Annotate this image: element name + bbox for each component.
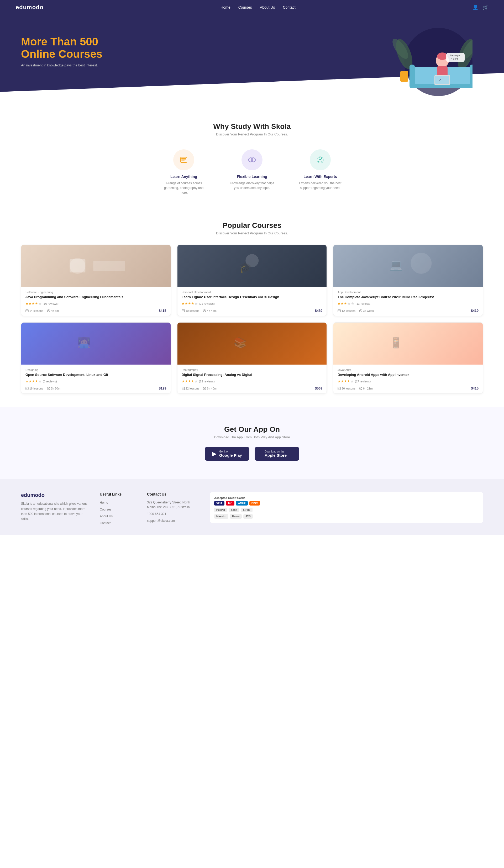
svg-rect-50 [338, 309, 340, 312]
svg-point-12 [437, 52, 448, 60]
lessons-count: 10 lessons [182, 309, 199, 312]
apple-store-button[interactable]: Download on the Apple Store [255, 447, 299, 461]
why-study-subheading: Discover Your Perfect Program In Our Cou… [21, 132, 483, 136]
google-play-text: Get it on Google Play [219, 450, 242, 457]
course-category: Personal Development [182, 291, 322, 294]
popular-courses-subheading: Discover Your Perfect Program In Our Cou… [21, 231, 483, 235]
footer-link-courses[interactable]: Courses [100, 508, 112, 511]
course-category: App Development [338, 291, 479, 294]
user-icon[interactable]: 👤 [473, 4, 478, 10]
svg-rect-32 [26, 309, 28, 312]
rating-row: ★★★★★ (8 reviews) [25, 379, 166, 384]
footer-link-contact[interactable]: Contact [100, 521, 111, 525]
svg-rect-5 [400, 71, 408, 82]
course-image: 📚 [177, 323, 327, 364]
course-title: Learn Figma: User Interface Design Essen… [182, 295, 322, 299]
footer-about-text: Skola is an educational site which gives… [21, 501, 89, 521]
course-price: $415 [471, 386, 479, 390]
course-card-body: Software Engineering Java Programming an… [21, 287, 171, 316]
payment-row-2: PayPal Bank Stripe [214, 508, 479, 512]
cart-icon[interactable]: 🛒 [483, 4, 488, 10]
svg-text:✓: ✓ [439, 78, 442, 82]
course-card-body: Photography Digital Signal Processing: A… [177, 364, 327, 393]
hero-title: More Than 500 Online Courses [21, 36, 102, 60]
course-title: The Complete JavaScript Course 2020: Bui… [338, 295, 479, 299]
course-card-body: JavaScript Developing Android Apps with … [333, 364, 483, 393]
course-card[interactable]: 💻 App Development The Complete JavaScrip… [333, 245, 483, 316]
footer-logo: edumodo [21, 492, 89, 498]
course-meta: 14 lessons 4h 5m $415 [25, 309, 166, 313]
course-card[interactable]: 👩‍💻 Designing Open Source Software Devel… [21, 322, 171, 394]
svg-text:👩‍💻: 👩‍💻 [78, 336, 91, 349]
nav-about[interactable]: About Us [260, 5, 275, 9]
hero-section: More Than 500 Online Courses An investme… [0, 15, 504, 104]
paypal-badge: PayPal [214, 508, 227, 512]
svg-rect-41 [182, 309, 185, 312]
course-card[interactable]: 📚 Photography Digital Signal Processing:… [177, 322, 327, 394]
course-title: Open Source Software Development, Linux … [25, 372, 166, 377]
course-duration: 4h 5m [47, 309, 59, 312]
nav-courses[interactable]: Courses [238, 5, 252, 9]
google-play-button[interactable]: ▶ Get it on Google Play [205, 447, 249, 461]
nav-contact[interactable]: Contact [283, 5, 295, 9]
svg-rect-74 [338, 387, 340, 390]
nav-home[interactable]: Home [220, 5, 230, 9]
why-study-heading: Why Study With Skola [21, 122, 483, 131]
popular-courses-section: Popular Courses Discover Your Perfect Pr… [0, 208, 504, 407]
navbar-logo: edumodo [16, 4, 43, 11]
svg-rect-64 [213, 323, 291, 364]
get-app-subheading: Download The App From Both Play And App … [21, 435, 483, 439]
course-duration: 4h 44m [203, 309, 217, 312]
svg-rect-23 [182, 161, 185, 161]
course-card-body: Personal Development Learn Figma: User I… [177, 287, 327, 316]
course-card[interactable]: Software Engineering Java Programming an… [21, 245, 171, 316]
payment-row-3: Maestro Union JCB [214, 514, 479, 519]
learn-experts-icon [310, 149, 331, 170]
course-card-body: App Development The Complete JavaScript … [333, 287, 483, 316]
footer-contact: Contact Us 329 Queensberry Street, North… [147, 492, 199, 527]
svg-text:🎓: 🎓 [239, 261, 252, 274]
course-card-body: Designing Open Source Software Developme… [21, 364, 171, 393]
svg-text:💻: 💻 [390, 259, 403, 271]
svg-point-49 [411, 253, 432, 274]
amex-badge: AMEX [236, 501, 248, 506]
rating-row: ★★★★★ (21 reviews) [182, 301, 322, 306]
course-image: 🎓 [177, 245, 327, 287]
feature-learn-anything-title: Learn Anything [160, 175, 207, 179]
course-card[interactable]: 📱 JavaScript Developing Android Apps wit… [333, 322, 483, 394]
navbar: edumodo Home Courses About Us Contact 👤 … [0, 0, 504, 15]
course-card[interactable]: 🎓 Personal Development Learn Figma: User… [177, 245, 327, 316]
svg-rect-58 [26, 387, 28, 390]
svg-line-37 [49, 311, 49, 311]
union-badge: Union [230, 514, 241, 519]
apple-store-text: Download on the Apple Store [265, 450, 287, 457]
flexible-learning-icon [241, 149, 263, 170]
footer-link-about[interactable]: About Us [100, 515, 113, 518]
feature-learn-anything-desc: A range of courses across gardening, pho… [160, 181, 207, 195]
footer-about: edumodo Skola is an educational site whi… [21, 492, 89, 527]
course-duration: 6h 21m [359, 387, 373, 390]
feature-flexible-learning: Flexible Learning Knowledge discovery th… [228, 149, 276, 195]
feature-flexible-title: Flexible Learning [228, 175, 276, 179]
svg-line-71 [205, 389, 205, 389]
course-category: JavaScript [338, 368, 479, 371]
popular-courses-heading: Popular Courses [21, 221, 483, 230]
lessons-count: 22 lessons [182, 387, 199, 390]
app-buttons-container: ▶ Get it on Google Play Download on the … [21, 447, 483, 461]
footer-links-list: Home Courses About Us Contact [100, 500, 136, 525]
svg-line-55 [361, 311, 361, 311]
course-duration: 35 week [359, 309, 374, 312]
footer-link-home[interactable]: Home [100, 501, 108, 505]
course-meta: 10 lessons 4h 44m $489 [182, 309, 322, 313]
svg-line-63 [49, 389, 49, 389]
svg-rect-72 [369, 323, 448, 364]
footer-grid: edumodo Skola is an educational site whi… [21, 492, 483, 527]
lessons-count: 30 lessons [338, 387, 356, 390]
lessons-count: 14 lessons [25, 309, 43, 312]
footer-useful-links: Useful Links Home Courses About Us Conta… [100, 492, 136, 527]
course-category: Photography [182, 368, 322, 371]
features-container: Learn Anything A range of courses across… [21, 149, 483, 195]
footer-contact-heading: Contact Us [147, 492, 199, 496]
hero-subtitle: An investment in knowledge pays the best… [21, 63, 102, 67]
svg-line-46 [205, 311, 205, 311]
